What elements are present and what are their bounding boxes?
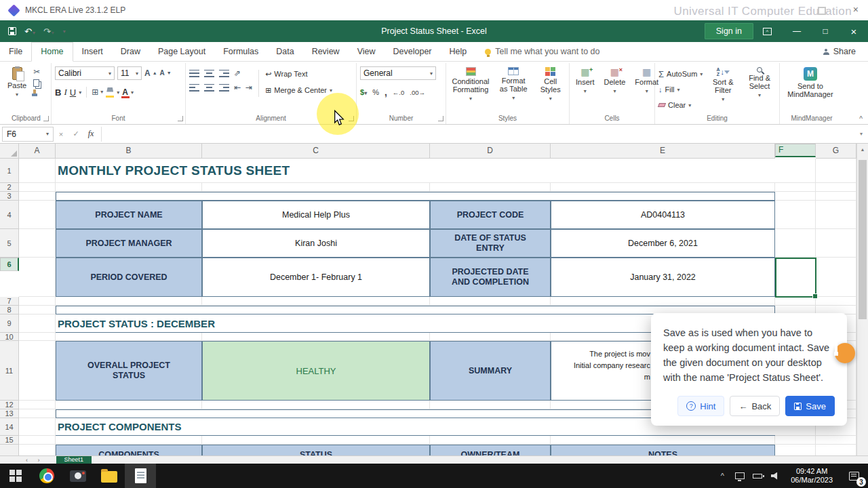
row-header-12[interactable]: 12 (0, 401, 19, 409)
row-header-8[interactable]: 8 (0, 306, 19, 314)
start-button[interactable] (0, 464, 31, 488)
fill-color-button[interactable] (106, 87, 114, 98)
hint-button[interactable]: ?Hint (677, 396, 724, 416)
tab-developer[interactable]: Developer (384, 43, 441, 61)
row-header-9[interactable]: 9 (0, 314, 19, 333)
format-painter-button[interactable] (33, 89, 40, 94)
tab-draw[interactable]: Draw (112, 43, 149, 61)
cell-period-covered-label[interactable]: PERIOD COVERED (56, 258, 202, 297)
cell-period-covered-value[interactable]: December 1- February 1 (202, 258, 430, 297)
cell[interactable] (202, 333, 430, 341)
cell[interactable] (19, 409, 56, 418)
assistant-button[interactable] (835, 343, 855, 363)
row-header-3[interactable]: 3 (0, 192, 19, 201)
accounting-format-button[interactable]: $▾ (360, 88, 367, 96)
merge-center-button[interactable]: ⊞Merge & Center▾ (265, 83, 332, 97)
cell-owner-team-header[interactable]: OWNER/TEAM (430, 445, 551, 455)
cell-project-name-value[interactable]: Medical Help Plus (202, 201, 430, 229)
tab-insert[interactable]: Insert (73, 43, 112, 61)
column-header-b[interactable]: B (56, 144, 202, 159)
cell[interactable] (816, 201, 856, 229)
cell-overall-status-label[interactable]: OVERALL PROJECT STATUS (56, 341, 202, 401)
selection-box-f6[interactable] (775, 258, 816, 298)
font-name-select[interactable]: Calibri▾ (55, 66, 115, 80)
cell[interactable] (202, 401, 430, 409)
clear-button[interactable]: Clear▾ (658, 98, 703, 112)
close-button[interactable]: × (840, 20, 868, 42)
cell[interactable] (19, 341, 56, 401)
recorder-close-icon[interactable]: × (853, 4, 859, 15)
taskbar-chrome[interactable] (31, 464, 62, 488)
row-header-6[interactable]: 6 (0, 258, 19, 271)
insert-cells-button[interactable]: ▦+ Insert ▾ (573, 66, 597, 112)
column-header-c[interactable]: C (202, 144, 430, 159)
cell[interactable] (551, 436, 775, 445)
taskbar-excel[interactable] (125, 464, 156, 488)
cell[interactable] (775, 297, 816, 306)
undo-button[interactable]: ↶▾ (24, 26, 35, 37)
taskbar-file-explorer[interactable] (94, 464, 125, 488)
sort-filter-button[interactable]: AZ↓ Sort & Filter ▾ (707, 66, 739, 112)
cell[interactable] (775, 192, 816, 201)
cell[interactable] (775, 159, 816, 183)
row-header-15[interactable]: 15 (0, 436, 19, 445)
orientation-button[interactable]: ⇗ (234, 68, 241, 78)
increase-indent-button[interactable]: ⇥ (245, 83, 252, 92)
tab-review[interactable]: Review (303, 43, 349, 61)
sheet-nav-arrows[interactable]: ‹ › (26, 457, 44, 464)
fill-button[interactable]: ↓Fill▾ (658, 83, 703, 96)
cell[interactable] (816, 229, 856, 258)
sign-in-button[interactable]: Sign in (705, 23, 753, 39)
collapse-ribbon-icon[interactable]: ^ (859, 115, 863, 123)
cell-status-header[interactable]: STATUS (202, 445, 430, 455)
cell[interactable] (19, 192, 56, 201)
row-header-13[interactable]: 13 (0, 409, 19, 418)
find-select-button[interactable]: Find & Select ▾ (743, 66, 776, 112)
action-center-button[interactable]: 3 (840, 464, 868, 488)
font-color-button[interactable]: A (122, 88, 128, 96)
grow-font-button[interactable]: A▲ (144, 68, 157, 78)
tray-battery[interactable] (749, 464, 766, 488)
cell[interactable] (551, 297, 775, 306)
cell[interactable] (56, 436, 202, 445)
vertical-scrollbar[interactable]: ▲ (856, 144, 868, 455)
autosum-button[interactable]: ΣAutoSum▾ (658, 67, 703, 81)
tell-me-search[interactable]: Tell me what you want to do (485, 43, 599, 61)
dialog-launcher-icon[interactable] (43, 116, 49, 121)
cell-notes-header[interactable]: NOTES (551, 445, 775, 455)
cell-components-header[interactable]: COMPONENTS (56, 445, 202, 455)
number-format-select[interactable]: General▾ (360, 66, 436, 80)
cell[interactable] (56, 183, 202, 192)
cell-project-manager-value[interactable]: Kiran Joshi (202, 229, 430, 258)
sheet-tab[interactable]: Sheet1 (56, 456, 92, 464)
cell[interactable] (202, 297, 430, 306)
cell[interactable] (816, 297, 856, 306)
cell[interactable] (19, 314, 56, 333)
italic-button[interactable]: I (64, 87, 66, 98)
cell[interactable] (816, 159, 856, 183)
cell[interactable] (19, 183, 56, 192)
row-header-16[interactable] (0, 445, 19, 455)
tab-file[interactable]: File (0, 43, 31, 61)
bold-button[interactable]: B (55, 87, 61, 98)
send-to-mindmanager-button[interactable]: M Send to MindManager (783, 66, 837, 112)
align-left-button[interactable] (189, 84, 199, 92)
row-header-5[interactable]: 5 (0, 229, 19, 258)
column-header-d[interactable]: D (430, 144, 551, 159)
save-icon[interactable] (8, 27, 16, 35)
paste-button[interactable]: Paste ▾ (5, 66, 29, 112)
cancel-entry-icon[interactable]: × (54, 130, 68, 138)
cell[interactable] (816, 445, 856, 455)
cell-summary-label[interactable]: SUMMARY (430, 341, 551, 401)
cell-projected-date-label[interactable]: PROJECTED DATE AND COMPLETION (430, 258, 551, 297)
tab-help[interactable]: Help (441, 43, 476, 61)
tab-home[interactable]: Home (31, 42, 73, 62)
taskbar-clock[interactable]: 09:42 AM 06/Mar/2023 (784, 467, 840, 485)
column-header-f[interactable]: F (775, 144, 816, 157)
tab-view[interactable]: View (349, 43, 384, 61)
tray-volume[interactable] (766, 464, 784, 488)
cell[interactable] (202, 183, 430, 192)
wrap-text-button[interactable]: ↩Wrap Text (265, 67, 332, 81)
delete-cells-button[interactable]: ▦× Delete ▾ (601, 66, 629, 112)
cell[interactable] (19, 401, 56, 409)
